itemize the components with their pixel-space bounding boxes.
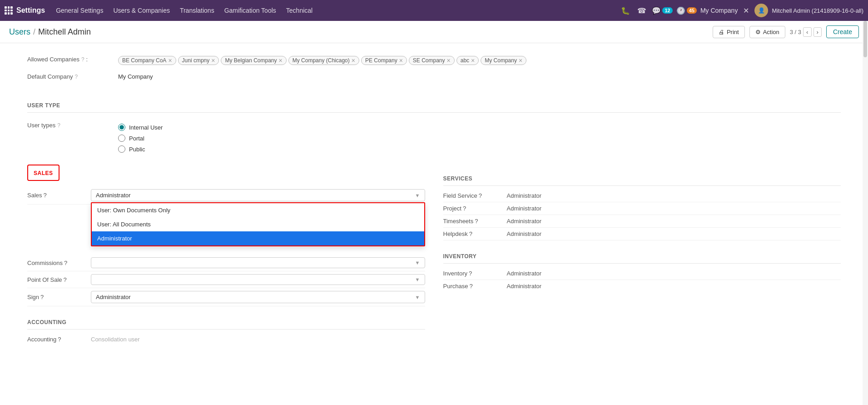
pagination-count: 3 / 3 <box>790 29 801 35</box>
field-service-value: Administrator <box>507 192 841 199</box>
commissions-select[interactable]: ▼ <box>91 257 425 268</box>
remove-tag-se[interactable]: × <box>447 57 451 64</box>
pos-field-value: ▼ <box>91 274 425 285</box>
sales-column: SALES Sales ? Administrator ▼ <box>27 165 425 345</box>
tag-belgian: My Belgian Company × <box>221 56 286 65</box>
field-service-row: Field Service ? Administrator <box>443 190 841 202</box>
nav-gamification[interactable]: Gamification Tools <box>220 5 281 16</box>
radio-portal-input[interactable] <box>118 135 125 142</box>
breadcrumb-parent[interactable]: Users <box>9 27 30 37</box>
brand[interactable]: Settings <box>5 6 45 15</box>
radio-public[interactable]: Public <box>118 145 841 153</box>
user-types-help[interactable]: ? <box>57 122 60 129</box>
avatar[interactable]: 👤 <box>754 4 768 17</box>
helpdesk-field-row: Helpdesk ? Administrator <box>443 228 841 240</box>
tag-my-company: My Company × <box>481 56 526 65</box>
inventory-divider <box>443 263 841 264</box>
remove-tag-my-company[interactable]: × <box>519 57 522 64</box>
purchase-field-row: Purchase ? Administrator <box>443 280 841 292</box>
radio-group: Internal User Portal Public <box>118 122 841 153</box>
remove-tag-pe[interactable]: × <box>399 57 403 64</box>
activities-button[interactable]: 🕐 45 <box>676 6 697 15</box>
remove-tag-belgian[interactable]: × <box>279 57 283 64</box>
breadcrumb-bar: Users / Mitchell Admin 🖨 Print ⚙ Action … <box>0 21 868 43</box>
sales-help-icon[interactable]: ? <box>44 192 47 199</box>
two-col-layout: SALES Sales ? Administrator ▼ <box>27 165 841 345</box>
scrollbar-thumb[interactable] <box>863 21 867 57</box>
tag-abc: abc × <box>456 56 479 65</box>
project-field-row: Project ? Administrator <box>443 202 841 215</box>
default-company-label: Default Company ? <box>27 70 118 80</box>
inventory-field-label: Inventory ? <box>443 270 507 277</box>
company-selector[interactable]: My Company <box>700 7 738 14</box>
remove-tag-abc[interactable]: × <box>471 57 475 64</box>
settings-icon[interactable]: ✕ <box>741 5 751 17</box>
chat-icon: 💬 <box>652 6 661 15</box>
sign-field-label: Sign ? <box>27 294 91 300</box>
dropdown-option-administrator[interactable]: Administrator <box>92 231 424 245</box>
inventory-help[interactable]: ? <box>469 270 472 277</box>
user-types-label: User types ? <box>27 119 118 129</box>
nav-translations[interactable]: Translations <box>175 5 219 16</box>
radio-internal[interactable]: Internal User <box>118 124 841 131</box>
field-service-label: Field Service ? <box>443 192 507 199</box>
tag-chicago: My Company (Chicago) × <box>288 56 359 65</box>
bug-icon[interactable]: 🐛 <box>619 5 632 17</box>
nav-users-companies[interactable]: Users & Companies <box>109 5 174 16</box>
remove-tag-chicago[interactable]: × <box>352 57 355 64</box>
project-help[interactable]: ? <box>463 205 466 212</box>
purchase-field-label: Purchase ? <box>443 283 507 290</box>
field-service-help[interactable]: ? <box>479 192 482 199</box>
nav-technical[interactable]: Technical <box>282 5 317 16</box>
sales-dropdown-arrow: ▼ <box>415 193 420 198</box>
prev-page-button[interactable]: ‹ <box>803 27 811 37</box>
inventory-field-row: Inventory ? Administrator <box>443 267 841 280</box>
sales-dropdown-list: User: Own Documents Only User: All Docum… <box>91 202 425 246</box>
scrollbar[interactable] <box>863 21 868 404</box>
default-company-help[interactable]: ? <box>74 74 78 80</box>
purchase-help[interactable]: ? <box>469 283 472 290</box>
sign-select[interactable]: Administrator ▼ <box>91 291 425 303</box>
clock-icon: 🕐 <box>676 6 685 15</box>
helpdesk-help[interactable]: ? <box>469 230 472 237</box>
brand-label: Settings <box>16 6 45 15</box>
messages-button[interactable]: 💬 12 <box>652 6 672 15</box>
dropdown-option-all-docs[interactable]: User: All Documents <box>92 217 424 231</box>
radio-public-input[interactable] <box>118 145 125 153</box>
pos-select[interactable]: ▼ <box>91 274 425 285</box>
default-company-value: My Company <box>118 70 841 80</box>
timesheets-field-value: Administrator <box>507 218 841 225</box>
action-button[interactable]: ⚙ Action <box>749 26 785 38</box>
commissions-help-icon[interactable]: ? <box>64 260 67 266</box>
breadcrumb-separator: / <box>33 27 35 37</box>
radio-portal-label: Portal <box>129 135 144 142</box>
purchase-field-value: Administrator <box>507 283 841 290</box>
user-types-row: User types ? Internal User Portal Public <box>27 116 841 155</box>
radio-portal[interactable]: Portal <box>118 135 841 142</box>
allowed-companies-row: Allowed Companies ? : BE Company CoA × J… <box>27 50 841 68</box>
sales-select[interactable]: Administrator ▼ <box>91 189 425 201</box>
nav-general-settings[interactable]: General Settings <box>51 5 108 16</box>
allowed-companies-help[interactable]: ? <box>81 56 84 63</box>
sales-select-container: Administrator ▼ User: Own Documents Only… <box>91 189 425 201</box>
dropdown-option-own-docs[interactable]: User: Own Documents Only <box>92 203 424 217</box>
accounting-divider <box>27 329 425 330</box>
remove-tag-be-company[interactable]: × <box>168 57 172 64</box>
user-name[interactable]: Mitchell Admin (21418909-16-0-all) <box>772 7 863 14</box>
timesheets-help[interactable]: ? <box>475 218 478 225</box>
sign-help-icon[interactable]: ? <box>40 294 44 300</box>
remove-tag-juni[interactable]: × <box>211 57 215 64</box>
next-page-button[interactable]: › <box>813 27 822 37</box>
accounting-help-icon[interactable]: ? <box>58 336 61 343</box>
pos-help-icon[interactable]: ? <box>64 276 67 283</box>
radio-internal-input[interactable] <box>118 124 125 131</box>
allowed-companies-label: Allowed Companies ? : <box>27 53 118 63</box>
commissions-field-value: ▼ <box>91 257 425 268</box>
phone-icon[interactable]: ☎ <box>635 5 648 17</box>
tags-container: BE Company CoA × Juni cmpny × My Belgian… <box>118 56 841 65</box>
project-field-label: Project ? <box>443 205 507 212</box>
create-button[interactable]: Create <box>826 25 859 38</box>
print-button[interactable]: 🖨 Print <box>713 26 745 38</box>
inventory-section-header: INVENTORY <box>443 250 841 260</box>
navbar-menu: General Settings Users & Companies Trans… <box>51 5 617 16</box>
